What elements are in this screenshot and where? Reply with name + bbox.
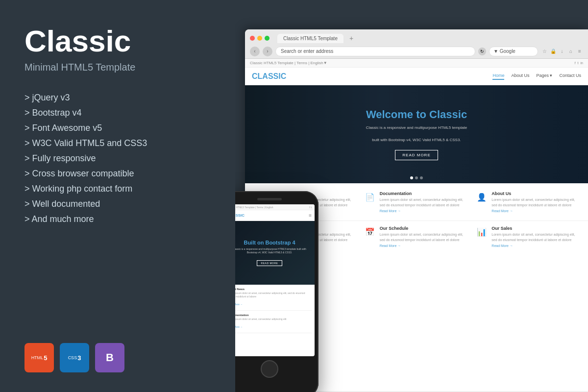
left-content: Classic Minimal HTML5 Template > jQuery … xyxy=(24,24,216,224)
hero-desc-1: Classic is a responsive and multipurpose… xyxy=(366,125,467,131)
product-title: Classic xyxy=(24,24,216,58)
product-subtitle: Minimal HTML5 Template xyxy=(24,62,216,73)
css3-badge: CSS 3 xyxy=(60,343,89,372)
bootstrap-badge: B xyxy=(95,343,124,372)
hero-title: Welcome to Classic xyxy=(366,108,467,121)
download-icon[interactable]: ↓ xyxy=(559,48,565,55)
feature-title: Documentation xyxy=(380,191,469,196)
right-panel: Classic HTML5 Template + ‹ › Search or e… xyxy=(235,0,588,392)
about-us-icon: 👤 xyxy=(476,191,488,203)
phone-read-more-1[interactable]: Read More → xyxy=(235,303,243,306)
html5-badge: HTML 5 xyxy=(24,343,54,372)
phone-feature-text-2: Lorem ipsum dolor sit amet, consectetur … xyxy=(235,318,312,321)
menu-icon[interactable]: ≡ xyxy=(576,48,583,55)
hero-read-more-button[interactable]: READ MORE xyxy=(395,150,438,160)
dot-close[interactable] xyxy=(250,36,255,41)
address-input[interactable]: Search or enter address xyxy=(275,47,475,56)
feature-responsive: > Fully responsive xyxy=(24,153,216,164)
feature-fontawesome: > Font Awesome v5 xyxy=(24,123,216,133)
phone-mockup: Classic HTML5 Template | Terms | English… xyxy=(235,191,318,392)
feature-read-more[interactable]: Read More → xyxy=(491,244,581,247)
feature-documentation: 📄 Documentation Lorem ipsum dolor sit am… xyxy=(364,191,469,213)
browser-tab-bar: Classic HTML5 Template + xyxy=(245,29,588,44)
hero-dot-3[interactable] xyxy=(420,176,423,179)
phone-feature-text-1: Lorem ipsum dolor sit amet, consectetur … xyxy=(235,292,312,298)
our-sales-icon: 📊 xyxy=(476,226,488,238)
facebook-icon[interactable]: f xyxy=(575,61,576,65)
documentation-icon: 📄 xyxy=(364,191,376,203)
feature-w3c: > W3C Valid HTML5 and CSS3 xyxy=(24,138,216,148)
feature-desc: Lorem ipsum dolor sit amet, consectetur … xyxy=(491,232,581,243)
feature-desc: Lorem ipsum dolor sit amet, consectetur … xyxy=(491,197,581,208)
social-icons: f t in xyxy=(575,61,583,65)
browser-search[interactable]: ▼ Google xyxy=(489,47,538,56)
site-nav-links: Home About Us Pages ▾ Contact Us xyxy=(492,73,581,80)
hero-desc-2: built with Bootstrap v4, W3C Valid HTML5… xyxy=(366,137,467,144)
phone-hero-title: Built on Bootstrap 4 xyxy=(235,240,311,245)
feature-title: Our Schedule xyxy=(380,226,469,231)
back-button[interactable]: ‹ xyxy=(250,47,260,56)
phone-menu-icon[interactable]: ≡ xyxy=(309,213,312,218)
star-icon[interactable]: ☆ xyxy=(541,48,548,55)
nav-home[interactable]: Home xyxy=(492,73,504,80)
site-nav: CLASSIC Home About Us Pages ▾ Contact Us xyxy=(245,68,588,85)
feature-about-us: 👤 About Us Lorem ipsum dolor sit amet, c… xyxy=(476,191,581,213)
feature-desc: Lorem ipsum dolor sit amet, consectetur … xyxy=(380,232,469,243)
site-hero: Welcome to Classic Classic is a responsi… xyxy=(245,85,588,183)
feature-our-schedule: 📅 Our Schedule Lorem ipsum dolor sit ame… xyxy=(364,226,469,247)
hero-text: Welcome to Classic Classic is a responsi… xyxy=(366,108,467,160)
browser-tab[interactable]: Classic HTML5 Template xyxy=(277,34,343,43)
phone-logo: CLASSIC xyxy=(235,213,245,218)
phone-feature-1: Latest News Lorem ipsum dolor sit amet, … xyxy=(235,288,312,311)
dot-maximize[interactable] xyxy=(265,36,270,41)
feature-read-more[interactable]: Read More → xyxy=(380,209,469,213)
feature-our-sales: 📊 Our Sales Lorem ipsum dolor sit amet, … xyxy=(476,226,581,247)
left-panel: Classic Minimal HTML5 Template > jQuery … xyxy=(0,0,235,392)
hero-carousel-dots xyxy=(410,176,423,179)
feature-phpform: > Working php contact form xyxy=(24,184,216,194)
hero-dot-1[interactable] xyxy=(410,176,413,179)
phone-read-more-2[interactable]: Read More → xyxy=(235,325,243,328)
refresh-button[interactable]: ↻ xyxy=(478,48,486,55)
phone-social-icons: f t xyxy=(309,206,312,209)
phone-fb-icon: f xyxy=(309,206,310,209)
feature-more: > And much more xyxy=(24,214,216,224)
hero-dot-2[interactable] xyxy=(415,176,418,179)
our-schedule-icon: 📅 xyxy=(364,226,376,238)
nav-pages[interactable]: Pages ▾ xyxy=(536,73,552,80)
feature-bootstrap: > Bootstrap v4 xyxy=(24,108,216,118)
phone-screen: Classic HTML5 Template | Terms | English… xyxy=(235,204,315,356)
nav-about[interactable]: About Us xyxy=(511,73,529,80)
new-tab-button[interactable]: + xyxy=(349,34,353,42)
browser-chrome: Classic HTML5 Template + ‹ › Search or e… xyxy=(245,29,588,59)
features-list: > jQuery v3 > Bootstrap v4 > Font Awesom… xyxy=(24,93,216,224)
phone-hero-desc: Classic is a responsive and multipurpose… xyxy=(235,247,311,254)
dot-minimize[interactable] xyxy=(257,36,262,41)
phone-features: Latest News Lorem ipsum dolor sit amet, … xyxy=(235,285,315,339)
feature-title: About Us xyxy=(491,191,581,196)
phone-hero: Built on Bootstrap 4 Classic is a respon… xyxy=(235,221,315,285)
browser-address-bar: ‹ › Search or enter address ↻ ▼ Google ☆… xyxy=(245,44,588,58)
instagram-icon[interactable]: in xyxy=(581,61,583,65)
feature-crossbrowser: > Cross browser compatible xyxy=(24,169,216,179)
twitter-icon[interactable]: t xyxy=(578,61,579,65)
phone-feature-title-1: Latest News xyxy=(235,288,312,291)
feature-read-more[interactable]: Read More → xyxy=(491,209,581,213)
logo-accent: C xyxy=(252,72,258,80)
tech-badges: HTML 5 CSS 3 B xyxy=(24,343,216,372)
phone-tw-icon: t xyxy=(311,206,312,209)
nav-contact[interactable]: Contact Us xyxy=(559,73,581,80)
home-icon[interactable]: ⌂ xyxy=(567,48,574,55)
phone-nav: CLASSIC ≡ xyxy=(235,210,315,221)
browser-dots xyxy=(250,36,270,41)
phone-hero-btn[interactable]: READ MORE xyxy=(257,260,283,266)
feature-title: Our Sales xyxy=(491,226,581,231)
phone-home-button[interactable] xyxy=(261,360,278,378)
phone-outer: Classic HTML5 Template | Terms | English… xyxy=(235,191,318,392)
lock-icon[interactable]: 🔒 xyxy=(550,48,557,55)
phone-feature-title-2: Documentation xyxy=(235,314,312,317)
feature-read-more[interactable]: Read More → xyxy=(380,244,469,247)
feature-documented: > Well documented xyxy=(24,199,216,209)
forward-button[interactable]: › xyxy=(263,47,272,56)
feature-jquery: > jQuery v3 xyxy=(24,93,216,103)
